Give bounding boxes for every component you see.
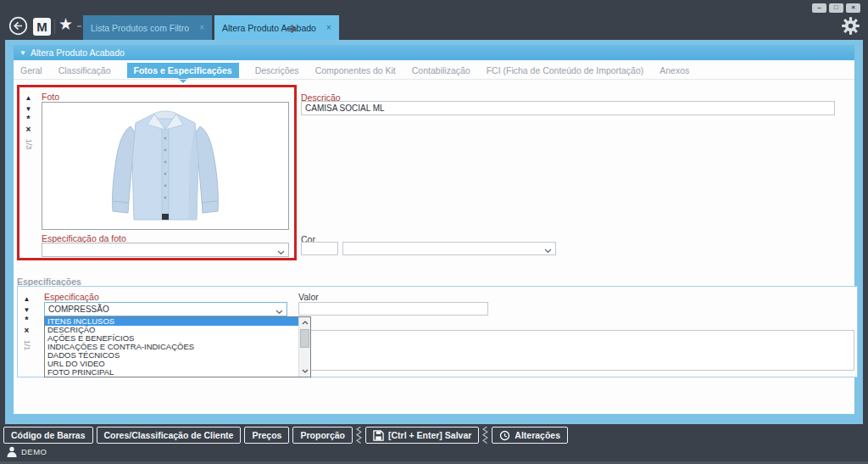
tab-contabilizacao[interactable]: Contabilização bbox=[412, 65, 470, 75]
dropdown-option[interactable]: FOTO PRINCIPAL bbox=[45, 368, 298, 377]
tab-label: Altera Produto Acabado bbox=[222, 23, 316, 33]
dropdown-option[interactable]: DADOS TÉCNICOS bbox=[45, 351, 298, 360]
especificacoes-panel: ▲ ▼ * × 1/1 Especificação COMPRESSÃO bbox=[17, 286, 858, 377]
valor-input[interactable] bbox=[298, 302, 488, 316]
content-frame: ▼ Altera Produto Acabado Geral Classific… bbox=[5, 40, 863, 424]
combobox-value: COMPRESSÃO bbox=[48, 305, 109, 314]
valor-label: Valor bbox=[298, 292, 319, 302]
record-counter: 1/1 bbox=[23, 338, 31, 353]
tab-close-icon[interactable]: × bbox=[326, 23, 331, 32]
app-logo[interactable]: M bbox=[33, 18, 51, 36]
favorites-star-icon[interactable]: ★ bbox=[58, 15, 73, 34]
top-bar: M ★ Lista Produtos com Filtro × Altera P… bbox=[0, 0, 868, 40]
alteracoes-button[interactable]: Alterações bbox=[492, 427, 568, 444]
photo-record-navigator: ▲ ▼ * × 1/3 bbox=[21, 92, 36, 148]
tab-fotos-especificacoes[interactable]: Fotos e Especificações bbox=[127, 63, 239, 78]
dropdown-option[interactable]: AÇÕES E BENEFÍCIOS bbox=[45, 334, 298, 343]
minimize-button[interactable]: – bbox=[812, 3, 826, 13]
tab-geral[interactable]: Geral bbox=[20, 65, 42, 75]
especificacao-foto-combobox[interactable] bbox=[42, 243, 289, 257]
tab-lista-produtos[interactable]: Lista Produtos com Filtro × bbox=[83, 15, 212, 40]
settings-gear-icon[interactable] bbox=[842, 17, 860, 38]
dropdown-scrollbar[interactable] bbox=[298, 317, 310, 377]
codigo-barras-button[interactable]: Código de Barras bbox=[3, 427, 93, 444]
tab-classificacao[interactable]: Classificação bbox=[58, 65, 111, 75]
collapse-icon: ▼ bbox=[19, 49, 26, 57]
especificacao-label: Especificação bbox=[44, 292, 99, 302]
record-counter: 1/3 bbox=[25, 137, 33, 152]
main-content: Geral Classificação Fotos e Especificaçõ… bbox=[14, 60, 854, 414]
descricao-input[interactable] bbox=[301, 101, 835, 115]
tab-altera-produto[interactable]: Altera Produto Acabado × bbox=[214, 15, 339, 40]
window-controls: – □ × bbox=[812, 3, 860, 13]
cor-code-input[interactable] bbox=[301, 242, 338, 255]
user-icon bbox=[7, 446, 17, 457]
especificacao-combobox[interactable]: COMPRESSÃO bbox=[44, 302, 287, 316]
tab-anexos[interactable]: Anexos bbox=[659, 65, 689, 75]
maximize-button[interactable]: □ bbox=[829, 3, 843, 13]
especificacao-dropdown-list: ITENS INCLUSOS DESCRIÇÃO AÇÕES E BENEFÍC… bbox=[44, 316, 311, 377]
precos-button[interactable]: Preços bbox=[244, 427, 289, 444]
chevron-down-icon bbox=[544, 246, 552, 255]
dropdown-option[interactable]: INDICAÇÕES E CONTRA-INDICAÇÕES bbox=[45, 343, 298, 351]
foto-label: Foto bbox=[42, 92, 59, 102]
tab-descricoes[interactable]: Descrições bbox=[255, 65, 299, 75]
product-photo-shirt bbox=[93, 106, 237, 226]
back-arrow-icon bbox=[8, 16, 28, 36]
bottom-bar: Código de Barras Cores/Classificação de … bbox=[0, 424, 868, 464]
spec-record-navigator: ▲ ▼ * × 1/1 bbox=[19, 293, 34, 349]
valor-textarea[interactable] bbox=[298, 330, 854, 371]
footer-button-row: Código de Barras Cores/Classificação de … bbox=[3, 427, 568, 444]
chevron-down-icon bbox=[275, 307, 283, 316]
record-prev-button[interactable]: ▲ bbox=[21, 92, 36, 103]
back-button[interactable] bbox=[8, 16, 28, 39]
record-delete-button[interactable]: × bbox=[19, 325, 34, 336]
record-insert-button[interactable]: * bbox=[21, 115, 36, 124]
tab-label: Lista Produtos com Filtro bbox=[91, 23, 189, 33]
panel-header[interactable]: ▼ Altera Produto Acabado bbox=[14, 45, 854, 60]
cores-classificacao-button[interactable]: Cores/Classificação de Cliente bbox=[97, 427, 242, 444]
photo-panel-highlighted: ▲ ▼ * × 1/3 Foto bbox=[17, 85, 297, 260]
zigzag-divider bbox=[482, 427, 488, 444]
tab-close-icon[interactable]: × bbox=[199, 23, 204, 32]
status-user: DEMO bbox=[7, 446, 47, 457]
dropdown-option[interactable]: DESCRIÇÃO bbox=[45, 326, 298, 334]
tab-fci[interactable]: FCI (Ficha de Conteúdo de Importação) bbox=[487, 65, 644, 75]
username-label: DEMO bbox=[21, 447, 47, 456]
tab-divider bbox=[14, 79, 854, 80]
close-button[interactable]: × bbox=[846, 3, 860, 13]
record-delete-button[interactable]: × bbox=[21, 124, 36, 135]
chevron-down-icon bbox=[277, 248, 285, 257]
tab-componentes-kit[interactable]: Componentes do Kit bbox=[315, 65, 396, 75]
window-tab-strip: Lista Produtos com Filtro × Altera Produ… bbox=[83, 15, 339, 40]
proporcao-button[interactable]: Proporção bbox=[292, 427, 353, 444]
save-button[interactable]: [Ctrl + Enter] Salvar bbox=[365, 427, 479, 444]
record-prev-button[interactable]: ▲ bbox=[19, 293, 34, 305]
panel-title: Altera Produto Acabado bbox=[31, 48, 125, 58]
scroll-down-icon[interactable] bbox=[299, 366, 310, 377]
app-window: M ★ Lista Produtos com Filtro × Altera P… bbox=[0, 0, 868, 464]
cor-combobox[interactable] bbox=[342, 242, 556, 255]
section-tab-bar: Geral Classificação Fotos e Especificaçõ… bbox=[20, 62, 689, 78]
scrollbar-thumb[interactable] bbox=[300, 329, 309, 348]
dropdown-option-selected[interactable]: ITENS INCLUSOS bbox=[45, 317, 298, 326]
dropdown-option[interactable]: URL DO VIDEO bbox=[45, 360, 298, 368]
scroll-up-icon[interactable] bbox=[299, 317, 310, 328]
zigzag-divider bbox=[356, 427, 362, 444]
photo-display-box bbox=[42, 102, 289, 230]
floppy-disk-icon bbox=[373, 430, 384, 441]
history-clock-icon bbox=[499, 430, 510, 441]
toolbar-divider bbox=[54, 20, 55, 34]
record-insert-button[interactable]: * bbox=[19, 316, 34, 325]
favorites-caret[interactable] bbox=[77, 25, 81, 27]
next-tab-arrow-icon[interactable] bbox=[286, 22, 298, 37]
